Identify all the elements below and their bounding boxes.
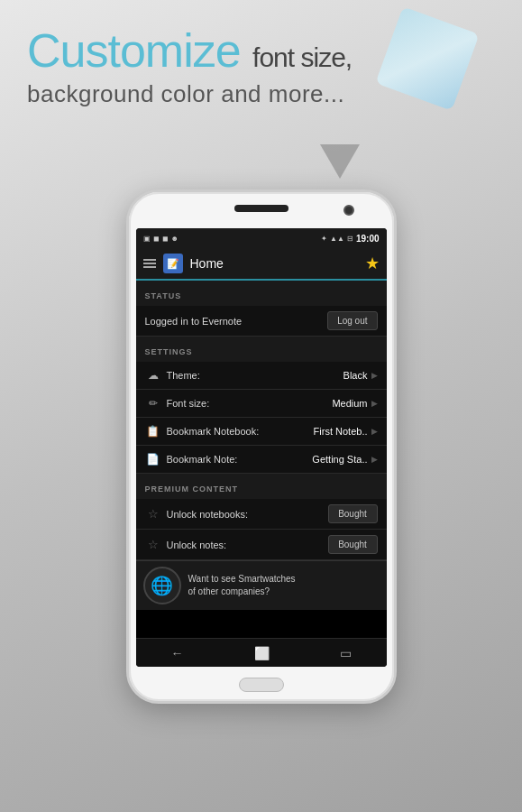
unlock-notebooks-row: ☆ Unlock notebooks: Bought xyxy=(136,499,387,530)
header-area: Customize font size, background color an… xyxy=(27,25,495,108)
settings-label: SETTINGS xyxy=(145,347,193,356)
status-label: STATUS xyxy=(145,291,182,300)
nav-back-button[interactable]: ← xyxy=(160,642,195,664)
unlock-notes-icon: ☆ xyxy=(145,537,161,553)
menu-line xyxy=(143,259,156,261)
favorites-star-icon[interactable]: ★ xyxy=(365,254,380,273)
sim-icon: ▣ xyxy=(143,235,151,243)
ad-text: Want to see Smartwatchesof other compani… xyxy=(188,573,296,598)
unlock-notebooks-button[interactable]: Bought xyxy=(328,504,378,523)
logged-in-text: Logged in to Evernote xyxy=(145,316,328,327)
font-size-arrow: ▶ xyxy=(371,399,378,408)
logout-button[interactable]: Log out xyxy=(327,311,377,330)
phone-device: ▣ ◼ ◼ ☻ ✦ ▲▲ ⊟ 19:00 xyxy=(126,189,397,704)
app-logo-icon: 📝 xyxy=(163,254,183,273)
bookmark-notebook-label: Bookmark Notebook: xyxy=(167,426,314,437)
font-size-label: Font size: xyxy=(167,398,333,409)
theme-icon: ☁ xyxy=(145,367,161,383)
battery-icon: ⊟ xyxy=(347,235,353,243)
extra-icon: ☻ xyxy=(171,235,179,243)
font-size-icon: ✏ xyxy=(145,395,161,411)
header-subtitle: background color and more... xyxy=(27,80,495,108)
premium-notes-star-icon: ☆ xyxy=(148,538,159,551)
menu-line xyxy=(143,266,156,268)
unlock-notes-row: ☆ Unlock notes: Bought xyxy=(136,530,387,560)
theme-arrow: ▶ xyxy=(371,371,378,380)
status-time: 19:00 xyxy=(356,234,380,244)
settings-section-header: SETTINGS xyxy=(136,337,387,362)
font-size-value: Medium▶ xyxy=(332,398,377,409)
nav-bar: ← ⬜ ▭ xyxy=(136,638,387,667)
signal-icon: ◼ xyxy=(162,235,169,243)
status-bar-left-icons: ▣ ◼ ◼ ☻ xyxy=(143,235,179,243)
tagline-part1: font size, xyxy=(252,42,352,72)
header-title: Customize font size, xyxy=(27,25,495,77)
app-bar-title: Home xyxy=(190,256,358,271)
status-bar: ▣ ◼ ◼ ☻ ✦ ▲▲ ⊟ 19:00 xyxy=(136,228,387,248)
ad-logo-icon: 🌐 xyxy=(143,567,181,604)
bluetooth-status: ✦ xyxy=(321,235,327,243)
nav-recents-button[interactable]: ▭ xyxy=(329,642,362,664)
unlock-notes-label: Unlock notes: xyxy=(167,540,328,550)
font-size-row[interactable]: ✏ Font size: Medium▶ xyxy=(136,390,387,418)
ad-banner[interactable]: 🌐 Want to see Smartwatchesof other compa… xyxy=(136,560,387,610)
premium-section-header: PREMIUM CONTENT xyxy=(136,474,387,499)
bookmark-notebook-row[interactable]: 📋 Bookmark Notebook: First Noteb..▶ xyxy=(136,418,387,446)
status-bar-right: ✦ ▲▲ ⊟ 19:00 xyxy=(321,234,379,244)
bookmark-note-arrow: ▶ xyxy=(371,455,378,464)
bookmark-note-value: Getting Sta..▶ xyxy=(312,454,377,465)
premium-label: PREMIUM CONTENT xyxy=(145,484,239,494)
status-section-header: STATUS xyxy=(136,281,387,306)
theme-row[interactable]: ☁ Theme: Black▶ xyxy=(136,362,387,390)
bookmark-notebook-icon: 📋 xyxy=(145,423,161,439)
bookmark-notebook-arrow: ▶ xyxy=(371,427,378,436)
bg-triangle-decoration xyxy=(320,144,360,179)
premium-star-icon: ☆ xyxy=(148,507,159,521)
nav-home-button[interactable]: ⬜ xyxy=(243,642,280,664)
app-logo-symbol: 📝 xyxy=(167,258,179,270)
logged-in-row: Logged in to Evernote Log out xyxy=(136,306,387,337)
bookmark-note-icon: 📄 xyxy=(145,451,161,467)
bookmark-notebook-value: First Noteb..▶ xyxy=(314,426,378,437)
customize-word: Customize xyxy=(27,24,241,77)
unlock-notebooks-label: Unlock notebooks: xyxy=(167,509,328,520)
menu-line xyxy=(143,263,156,264)
theme-label: Theme: xyxy=(167,370,343,381)
phone-home-hardware-button[interactable] xyxy=(239,678,284,692)
screen-content: ▣ ◼ ◼ ☻ ✦ ▲▲ ⊟ 19:00 xyxy=(136,228,387,667)
wifi-icon: ◼ xyxy=(153,235,160,243)
phone-camera xyxy=(343,205,354,216)
ad-globe-icon: 🌐 xyxy=(151,575,173,596)
unlock-notes-button[interactable]: Bought xyxy=(328,535,378,554)
bookmark-note-row[interactable]: 📄 Bookmark Note: Getting Sta..▶ xyxy=(136,446,387,474)
signal-strength: ▲▲ xyxy=(330,235,344,243)
app-bar: 📝 Home ★ xyxy=(136,248,387,281)
main-content: STATUS Logged in to Evernote Log out SET… xyxy=(136,281,387,638)
phone-speaker xyxy=(234,205,288,212)
phone-screen: ▣ ◼ ◼ ☻ ✦ ▲▲ ⊟ 19:00 xyxy=(136,228,387,667)
theme-value: Black▶ xyxy=(343,370,378,381)
bookmark-note-label: Bookmark Note: xyxy=(167,454,313,465)
menu-icon[interactable] xyxy=(143,259,156,268)
unlock-notebooks-icon: ☆ xyxy=(145,506,161,522)
